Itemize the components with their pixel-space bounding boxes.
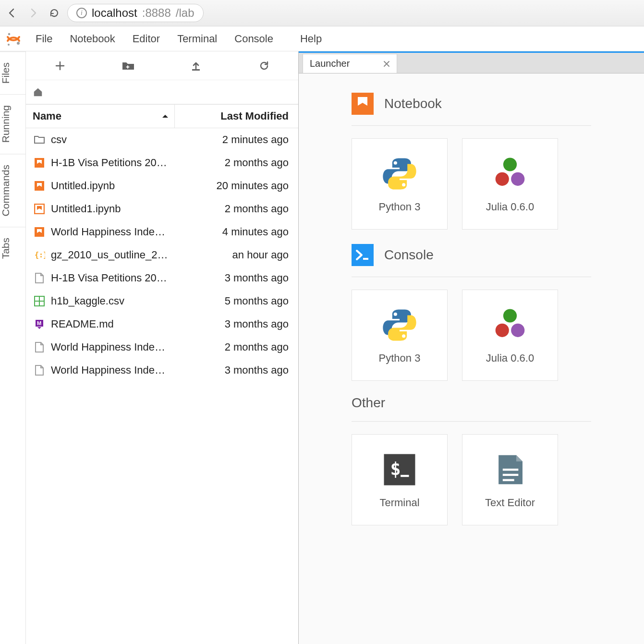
launcher-section: OtherTerminalText Editor: [352, 395, 591, 525]
svg-point-0: [8, 33, 11, 35]
sidebar-tab-files[interactable]: Files: [0, 51, 25, 94]
menu-help[interactable]: Help: [292, 26, 330, 51]
header-modified[interactable]: Last Modified: [175, 110, 298, 122]
section-header: Notebook: [352, 93, 591, 126]
launcher-section: ConsolePython 3Julia 0.6.0: [352, 244, 591, 381]
site-info-icon[interactable]: i: [76, 8, 87, 18]
file-name: World Happiness Inde…: [51, 226, 189, 238]
tab-launcher[interactable]: Launcher: [303, 54, 397, 73]
card-label: Python 3: [379, 201, 421, 213]
file-row[interactable]: {:}gz_2010_us_outline_2…an hour ago: [26, 243, 298, 267]
url-port: :8888: [142, 6, 171, 20]
back-button[interactable]: [4, 5, 20, 21]
section-title: Notebook: [384, 96, 442, 111]
file-list-header: Name Last Modified: [26, 104, 298, 128]
url-path: /lab: [176, 6, 194, 20]
file-row[interactable]: H-1B Visa Petitions 20…2 months ago: [26, 151, 298, 174]
file-type-icon: [33, 179, 46, 193]
section-icon: [352, 244, 374, 266]
file-row[interactable]: Untitled1.ipynb2 months ago: [26, 197, 298, 220]
file-name: Untitled1.ipynb: [51, 203, 189, 215]
sidebar-tab-tabs[interactable]: Tabs: [0, 227, 25, 269]
launcher-card[interactable]: Text Editor: [462, 434, 558, 525]
card-icon: [491, 306, 529, 344]
file-row[interactable]: World Happiness Inde…4 minutes ago: [26, 220, 298, 243]
file-name: H-1B Visa Petitions 20…: [51, 157, 189, 169]
file-row[interactable]: H-1B Visa Petitions 20…3 months ago: [26, 267, 298, 290]
sort-caret-icon: [162, 114, 169, 119]
card-row: TerminalText Editor: [352, 434, 591, 525]
tab-bar: Launcher: [299, 51, 644, 73]
file-name: H-1B Visa Petitions 20…: [51, 272, 189, 284]
file-row[interactable]: h1b_kaggle.csv5 months ago: [26, 290, 298, 313]
svg-rect-14: [352, 93, 374, 115]
close-tab-button[interactable]: [383, 61, 390, 67]
address-bar[interactable]: i localhost:8888/lab: [67, 4, 204, 22]
svg-point-1: [17, 42, 20, 45]
file-type-icon: [33, 271, 46, 285]
menu-console[interactable]: Console: [226, 26, 282, 51]
section-icon: [352, 93, 374, 115]
launcher-section: NotebookPython 3Julia 0.6.0: [352, 93, 591, 230]
card-label: Terminal: [379, 497, 419, 509]
file-type-icon: [33, 133, 46, 146]
svg-rect-16: [363, 258, 368, 260]
section-header: Console: [352, 244, 591, 277]
tab-title: Launcher: [310, 58, 350, 69]
launcher-card[interactable]: Python 3: [352, 138, 448, 230]
new-launcher-button[interactable]: [52, 58, 68, 74]
file-type-icon: {:}: [33, 248, 46, 262]
file-modified: an hour ago: [189, 249, 298, 261]
launcher-card[interactable]: Terminal: [352, 434, 448, 525]
section-header: Other: [352, 395, 591, 422]
sidebar-tab-commands[interactable]: Commands: [0, 154, 25, 227]
launcher-card[interactable]: Julia 0.6.0: [462, 290, 558, 381]
browser-toolbar: i localhost:8888/lab: [0, 0, 644, 26]
breadcrumb[interactable]: [26, 80, 298, 104]
file-modified: 20 minutes ago: [189, 180, 298, 192]
file-modified: 5 months ago: [189, 295, 298, 307]
launcher-card[interactable]: Python 3: [352, 290, 448, 381]
file-name: README.md: [51, 318, 189, 330]
sidebar-tab-running[interactable]: Running: [0, 94, 25, 153]
svg-text:M: M: [37, 320, 41, 326]
svg-rect-6: [35, 204, 44, 214]
header-name[interactable]: Name: [26, 105, 175, 128]
file-name: h1b_kaggle.csv: [51, 295, 189, 307]
card-row: Python 3Julia 0.6.0: [352, 138, 591, 230]
launcher-card[interactable]: Julia 0.6.0: [462, 138, 558, 230]
file-browser-toolbar: [26, 51, 298, 80]
menu-notebook[interactable]: Notebook: [61, 26, 123, 51]
file-type-icon: [33, 294, 46, 308]
card-icon: [380, 155, 419, 193]
file-list: csv2 minutes agoH-1B Visa Petitions 20…2…: [26, 128, 298, 644]
file-row[interactable]: csv2 minutes ago: [26, 128, 298, 151]
card-label: Julia 0.6.0: [486, 201, 534, 213]
forward-button[interactable]: [25, 5, 41, 21]
file-row[interactable]: MREADME.md3 months ago: [26, 313, 298, 336]
file-modified: 4 minutes ago: [189, 226, 298, 238]
file-row[interactable]: Untitled.ipynb20 minutes ago: [26, 174, 298, 197]
file-row[interactable]: World Happiness Inde…3 months ago: [26, 359, 298, 382]
section-title: Console: [384, 247, 434, 263]
file-name: World Happiness Inde…: [51, 341, 189, 353]
file-modified: 2 minutes ago: [189, 134, 298, 146]
svg-rect-5: [35, 181, 44, 191]
file-modified: 2 months ago: [189, 203, 298, 215]
home-icon[interactable]: [33, 87, 43, 97]
file-modified: 3 months ago: [189, 364, 298, 377]
card-label: Text Editor: [485, 497, 535, 509]
menu-editor[interactable]: Editor: [124, 26, 169, 51]
file-type-icon: [33, 340, 46, 354]
file-row[interactable]: World Happiness Inde…2 months ago: [26, 336, 298, 359]
file-type-icon: M: [33, 317, 46, 331]
card-icon: [380, 306, 419, 344]
upload-button[interactable]: [188, 58, 204, 74]
menu-terminal[interactable]: Terminal: [169, 26, 226, 51]
svg-rect-7: [35, 227, 44, 237]
refresh-button[interactable]: [256, 58, 272, 74]
menu-file[interactable]: File: [34, 26, 61, 51]
new-folder-button[interactable]: [120, 58, 136, 74]
card-label: Julia 0.6.0: [486, 352, 534, 365]
reload-button[interactable]: [46, 5, 62, 21]
